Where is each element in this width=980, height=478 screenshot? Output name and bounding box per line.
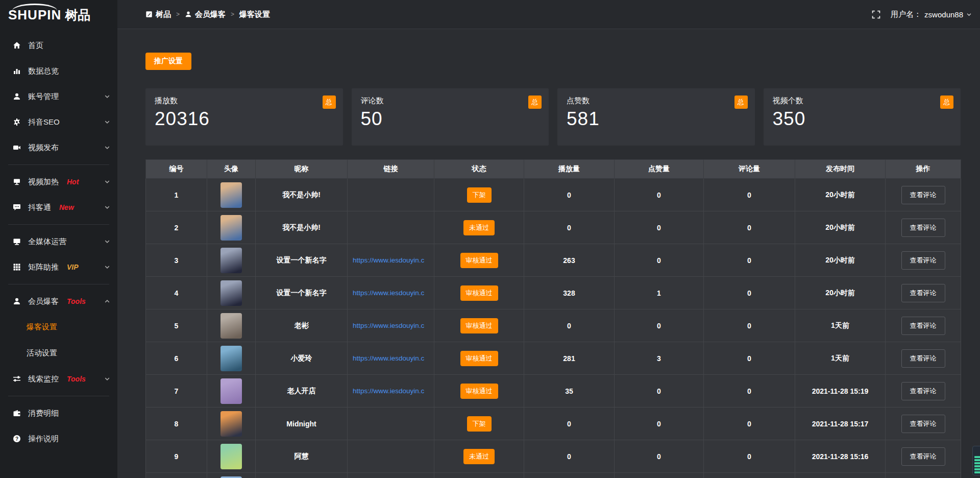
avatar xyxy=(220,280,242,306)
cell-time: 1天前 xyxy=(795,342,886,375)
row-id: 6 xyxy=(175,354,179,363)
table-row: 2我不是小帅!未通过00020小时前查看评论 xyxy=(146,211,961,244)
sidebar-item-label: 线索监控 xyxy=(28,374,59,384)
user-dropdown[interactable]: 用户名：zswodun88 xyxy=(891,10,972,19)
sidebar-item-video-publish[interactable]: 视频发布 xyxy=(0,135,117,160)
column-header-0: 编号 xyxy=(146,160,207,179)
corner-scroll-widget[interactable] xyxy=(972,446,980,475)
wallet-icon xyxy=(12,409,21,418)
cell-status xyxy=(434,473,524,478)
video-link[interactable]: https://www.iesdouyin.c xyxy=(348,354,434,362)
sidebar-item-clue-monitor[interactable]: 线索监控Tools xyxy=(0,366,117,392)
cell-likes: 0 xyxy=(615,440,704,473)
value-time: 20小时前 xyxy=(825,256,855,264)
view-comments-button[interactable]: 查看评论 xyxy=(901,251,945,270)
value-plays: 0 xyxy=(567,452,571,461)
view-comments-button[interactable]: 查看评论 xyxy=(901,284,945,302)
value-time: 1天前 xyxy=(831,321,849,329)
cell-id xyxy=(146,473,207,478)
video-link[interactable]: https://www.iesdouyin.c xyxy=(348,289,434,297)
sidebar-item-badge: Tools xyxy=(67,297,86,305)
cell-action: 查看评论 xyxy=(886,244,961,277)
cell-comments: 0 xyxy=(704,375,795,408)
view-comments-button[interactable]: 查看评论 xyxy=(901,447,945,466)
cell-action xyxy=(886,473,961,478)
cell-status: 未通过 xyxy=(434,211,524,244)
status-button[interactable]: 审核通过 xyxy=(460,351,498,366)
cell-comments: 0 xyxy=(704,342,795,375)
video-link[interactable]: https://www.iesdouyin.c xyxy=(348,322,434,329)
cell-status: 审核通过 xyxy=(434,342,524,375)
sidebar-subitem-activity-settings[interactable]: 活动设置 xyxy=(0,340,117,366)
cell-comments: 0 xyxy=(704,211,795,244)
view-comments-button[interactable]: 查看评论 xyxy=(901,317,945,335)
cell-comments: 0 xyxy=(704,244,795,277)
sidebar-item-video-heat[interactable]: 视频加热Hot xyxy=(0,169,117,195)
cell-time: 20小时前 xyxy=(795,277,886,309)
video-link[interactable]: https://www.iesdouyin.c xyxy=(348,256,434,264)
chevron-down-icon xyxy=(104,145,110,151)
cell-avatar xyxy=(207,440,256,473)
cell-avatar xyxy=(207,244,256,277)
breadcrumb-item-shupin[interactable]: 树品 xyxy=(145,10,171,19)
sidebar-item-label: 首页 xyxy=(28,41,43,51)
cell-link xyxy=(348,440,434,473)
nickname: 我不是小帅! xyxy=(282,190,321,199)
status-button[interactable]: 审核通过 xyxy=(460,318,498,333)
chat-icon xyxy=(12,203,21,212)
widget-bar xyxy=(974,462,980,464)
home-icon xyxy=(12,41,21,50)
fullscreen-icon[interactable] xyxy=(872,10,880,19)
promo-settings-button[interactable]: 推广设置 xyxy=(145,53,191,70)
status-button[interactable]: 下架 xyxy=(467,416,492,432)
video-link[interactable]: https://www.iesdouyin.c xyxy=(348,387,434,395)
sidebar-item-douketong[interactable]: 抖客通New xyxy=(0,195,117,220)
stat-card-label: 播放数 xyxy=(155,96,334,106)
cell-id: 2 xyxy=(146,211,207,244)
sidebar-item-data-overview[interactable]: 数据总览 xyxy=(0,58,117,84)
user-icon xyxy=(12,92,21,101)
status-button[interactable]: 未通过 xyxy=(463,449,495,464)
widget-bar xyxy=(974,471,980,473)
username-value: zswodun88 xyxy=(924,10,963,19)
status-button[interactable]: 审核通过 xyxy=(460,253,498,268)
table-row: 1我不是小帅!下架00020小时前查看评论 xyxy=(146,179,961,211)
breadcrumb-item-member-baoke[interactable]: 会员爆客 xyxy=(185,10,226,19)
view-comments-button[interactable]: 查看评论 xyxy=(901,382,945,400)
value-likes: 0 xyxy=(657,191,661,199)
view-comments-button[interactable]: 查看评论 xyxy=(901,415,945,433)
sidebar-subitem-baoke-settings[interactable]: 爆客设置 xyxy=(0,314,117,340)
status-button[interactable]: 未通过 xyxy=(463,220,495,235)
status-button[interactable]: 审核通过 xyxy=(460,285,498,301)
cell-likes: 0 xyxy=(615,211,704,244)
view-comments-button[interactable]: 查看评论 xyxy=(901,219,945,237)
row-id: 2 xyxy=(175,224,179,232)
sidebar-item-member-baoke[interactable]: 会员爆客Tools xyxy=(0,289,117,314)
sidebar-item-home[interactable]: 首页 xyxy=(0,33,117,58)
cell-likes: 0 xyxy=(615,375,704,408)
cell-action: 查看评论 xyxy=(886,277,961,309)
sidebar-item-douyin-seo[interactable]: 抖音SEO xyxy=(0,109,117,135)
view-comments-button[interactable]: 查看评论 xyxy=(901,186,945,204)
cell-link xyxy=(348,179,434,211)
value-likes: 0 xyxy=(657,256,661,265)
value-time: 20小时前 xyxy=(825,289,855,297)
cell-nickname: 我不是小帅! xyxy=(256,179,348,211)
view-comments-button[interactable]: 查看评论 xyxy=(901,349,945,368)
sidebar-item-account-management[interactable]: 账号管理 xyxy=(0,84,117,109)
app-logo[interactable]: SHUPIN 树品 xyxy=(0,0,117,30)
status-button[interactable]: 审核通过 xyxy=(460,384,498,399)
cell-plays: 0 xyxy=(524,309,615,342)
value-likes: 0 xyxy=(657,387,661,395)
table-row xyxy=(146,473,961,478)
cell-id: 1 xyxy=(146,179,207,211)
sidebar-item-all-media-operation[interactable]: 全媒体运营 xyxy=(0,229,117,254)
sidebar-item-matrix-boost[interactable]: 矩阵助推VIP xyxy=(0,254,117,280)
sidebar-item-operation-guide[interactable]: ?操作说明 xyxy=(0,426,117,451)
sidebar-item-consume-detail[interactable]: 消费明细 xyxy=(0,400,117,426)
nickname: 阿慧 xyxy=(295,452,309,460)
sidebar-item-label: 矩阵助推 xyxy=(28,262,59,272)
stat-card-total-badge: 总 xyxy=(734,95,748,109)
status-button[interactable]: 下架 xyxy=(467,187,492,203)
cell-action: 查看评论 xyxy=(886,440,961,473)
